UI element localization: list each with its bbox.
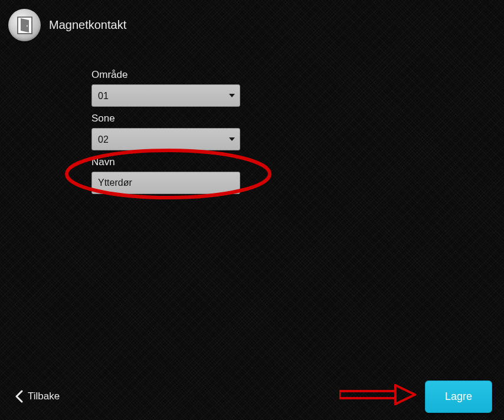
- area-select[interactable]: 01: [91, 84, 240, 107]
- zone-select-wrap: 02: [91, 128, 240, 150]
- area-label: Område: [91, 69, 504, 81]
- name-label: Navn: [91, 156, 504, 168]
- header: Magnetkontakt: [0, 0, 504, 50]
- page-title: Magnetkontakt: [49, 18, 126, 32]
- svg-marker-1: [21, 18, 29, 32]
- chevron-left-icon: [15, 390, 23, 403]
- save-button[interactable]: Lagre: [425, 380, 492, 413]
- zone-label: Sone: [91, 113, 504, 124]
- back-label: Tilbake: [28, 391, 60, 402]
- svg-point-2: [26, 25, 27, 26]
- form-area: Område 01 Sone 02 Navn: [0, 50, 504, 194]
- back-button[interactable]: Tilbake: [15, 390, 60, 403]
- zone-select[interactable]: 02: [91, 128, 240, 150]
- device-icon: [8, 9, 41, 41]
- footer: Tilbake Lagre: [0, 373, 504, 420]
- name-input[interactable]: [91, 172, 240, 194]
- area-select-wrap: 01: [91, 84, 240, 107]
